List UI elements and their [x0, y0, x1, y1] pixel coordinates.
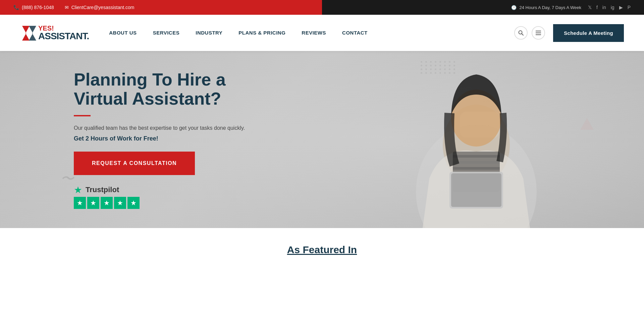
logo-yes-text: YES!: [38, 25, 89, 32]
nav-link-services[interactable]: SERVICES: [153, 30, 180, 36]
logo-svg-icon: [20, 24, 38, 42]
nav-link-contact[interactable]: CONTACT: [342, 30, 368, 36]
hours-label: 🕐 24 Hours A Day, 7 Days A Week: [511, 5, 581, 10]
trustpilot-star-3: ★: [101, 197, 113, 209]
nav-item-contact[interactable]: CONTACT: [342, 30, 368, 36]
svg-rect-16: [451, 173, 501, 207]
trustpilot-star-1: ★: [74, 197, 86, 209]
email-icon: ✉: [65, 5, 69, 10]
nav-item-reviews[interactable]: REVIEWS: [302, 30, 326, 36]
hero-title-line1: Planning To Hire a: [74, 70, 226, 89]
top-bar-left: 📞 (888) 876-1048 ✉ ClientCare@yesassista…: [13, 5, 322, 10]
hero-description: Our qualified team has the best expertis…: [74, 124, 245, 132]
phone-link[interactable]: 📞 (888) 876-1048: [13, 5, 54, 10]
svg-rect-12: [453, 161, 500, 164]
nav-actions: Schedule A Meeting: [514, 24, 624, 42]
featured-title: As Featured In: [287, 244, 357, 256]
instagram-icon[interactable]: ig: [611, 5, 614, 10]
svg-rect-11: [453, 155, 500, 158]
nav-link-industry[interactable]: INDUSTRY: [196, 30, 222, 36]
social-icons-group: 𝕏 f in ig ▶ P: [588, 5, 631, 10]
featured-section: As Featured In: [0, 228, 644, 266]
trustpilot-header: ★ Trustpilot: [74, 184, 119, 196]
trustpilot-star-2: ★: [87, 197, 99, 209]
pinterest-icon[interactable]: P: [628, 5, 631, 10]
person-svg: [396, 51, 557, 228]
email-link[interactable]: ✉ ClientCare@yesassistant.com: [65, 5, 135, 10]
phone-icon: 📞: [13, 5, 19, 10]
schedule-meeting-button[interactable]: Schedule A Meeting: [553, 24, 624, 42]
nav-item-about[interactable]: ABOUT US: [109, 30, 137, 36]
trustpilot-stars: ★ ★ ★ ★ ★: [74, 197, 140, 209]
hero-content: Planning To Hire a Virtual Assistant? Ou…: [0, 70, 245, 209]
email-address: ClientCare@yesassistant.com: [71, 5, 135, 10]
hero-section: · · · · 〜 Planni: [0, 51, 644, 228]
hero-person-image: [392, 51, 560, 228]
request-consultation-button[interactable]: REQUEST A CONSULTATION: [74, 152, 195, 175]
nav-link-about[interactable]: ABOUT US: [109, 30, 137, 36]
navbar: YES! ASSISTANT. ABOUT US SERVICES INDUST…: [0, 15, 644, 51]
youtube-icon[interactable]: ▶: [619, 5, 623, 10]
hero-title: Planning To Hire a Virtual Assistant?: [74, 70, 245, 108]
facebook-icon[interactable]: f: [596, 5, 598, 10]
svg-rect-13: [453, 167, 500, 170]
hero-divider: [74, 115, 91, 116]
nav-links: ABOUT US SERVICES INDUSTRY PLANS & PRICI…: [109, 30, 514, 36]
trustpilot-widget: ★ Trustpilot ★ ★ ★ ★ ★: [74, 184, 245, 209]
search-button[interactable]: [514, 26, 528, 40]
nav-item-services[interactable]: SERVICES: [153, 30, 180, 36]
nav-link-reviews[interactable]: REVIEWS: [302, 30, 326, 36]
hamburger-menu-button[interactable]: [532, 26, 545, 40]
top-bar: 📞 (888) 876-1048 ✉ ClientCare@yesassista…: [0, 0, 644, 15]
trustpilot-star-5: ★: [127, 197, 140, 209]
hero-free-offer: Get 2 Hours of Work for Free!: [74, 135, 245, 142]
hero-title-line2: Virtual Assistant?: [74, 89, 221, 108]
trustpilot-logo-star: ★: [74, 184, 82, 196]
trustpilot-name: Trustpilot: [86, 185, 119, 194]
clock-icon: 🕐: [511, 5, 517, 10]
svg-line-4: [522, 34, 524, 36]
hamburger-icon: [536, 31, 541, 35]
search-icon: [518, 30, 524, 36]
twitter-icon[interactable]: 𝕏: [588, 5, 592, 10]
phone-number: (888) 876-1048: [22, 5, 54, 10]
triangle-decoration: [580, 118, 594, 130]
nav-item-industry[interactable]: INDUSTRY: [196, 30, 222, 36]
nav-link-plans[interactable]: PLANS & PRICING: [238, 30, 285, 36]
linkedin-icon[interactable]: in: [602, 5, 606, 10]
top-bar-right: 🕐 24 Hours A Day, 7 Days A Week 𝕏 f in i…: [322, 5, 631, 10]
logo[interactable]: YES! ASSISTANT.: [20, 24, 89, 42]
logo-assistant-text: ASSISTANT.: [38, 32, 89, 41]
nav-item-plans[interactable]: PLANS & PRICING: [238, 30, 285, 36]
trustpilot-star-4: ★: [114, 197, 126, 209]
